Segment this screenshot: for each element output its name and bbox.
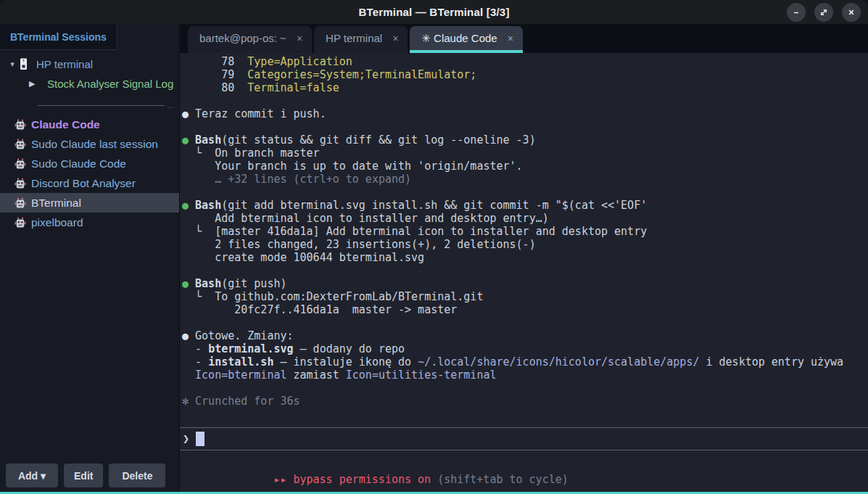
terminal-line bbox=[182, 186, 868, 199]
status-hint-label: (shift+tab to cycle) bbox=[431, 473, 569, 486]
close-button[interactable] bbox=[842, 3, 861, 22]
minimize-icon bbox=[791, 7, 801, 17]
tab-close-icon[interactable]: × bbox=[508, 33, 513, 44]
status-arrows-icon: ▸▸ bbox=[273, 473, 293, 486]
sidebar-item-stock-analyser-signal-log[interactable]: ▶ Stock Analyser Signal Log bbox=[0, 74, 179, 94]
terminal-line: Icon=bterminal zamiast Icon=utilities-te… bbox=[182, 369, 868, 382]
prompt-input[interactable]: ❯ bbox=[180, 427, 868, 450]
app-window: BTerminal — BTerminal [3/3] bbox=[0, 0, 868, 494]
terminal-line: ● Bash(git add bterminal.svg install.sh … bbox=[182, 199, 868, 212]
session-list: Claude Code Sudo Claude last session Sud… bbox=[0, 115, 179, 232]
robot-icon bbox=[15, 139, 26, 150]
terminal-line: 78 Type=Application bbox=[182, 55, 868, 68]
terminal-line: ● Bash(git status && git diff && git log… bbox=[182, 133, 868, 147]
divider-dots: … bbox=[167, 103, 175, 107]
play-icon: ▶ bbox=[29, 79, 41, 88]
tab-label: ✳ Claude Code bbox=[421, 32, 497, 45]
titlebar: BTerminal — BTerminal [3/3] bbox=[0, 0, 868, 24]
terminal-view[interactable]: 78 Type=Application 79 Categories=System… bbox=[180, 53, 868, 492]
add-button[interactable]: Add ▾ bbox=[6, 464, 58, 487]
robot-icon bbox=[15, 217, 26, 229]
sidebar-session-pixelboard[interactable]: pixelboard bbox=[0, 213, 179, 232]
tab-bar: bartek@pop-os: ~×HP terminal×✳ Claude Co… bbox=[180, 24, 868, 53]
tab-hp-terminal[interactable]: HP terminal× bbox=[314, 26, 408, 53]
minimize-button[interactable] bbox=[787, 3, 806, 22]
terminal-line bbox=[182, 94, 868, 107]
session-child-label: Stock Analyser Signal Log bbox=[47, 78, 173, 90]
terminal-line: 20fc27f..416da1a master -> master bbox=[182, 303, 868, 316]
chevron-down-icon[interactable]: ▾ bbox=[6, 59, 19, 69]
text-cursor bbox=[196, 432, 204, 446]
sessions-sidebar: BTerminal Sessions ▾ H bbox=[0, 24, 180, 492]
terminal-line: 2 files changed, 23 insertions(+), 2 del… bbox=[182, 238, 868, 251]
terminal-line bbox=[182, 316, 868, 329]
session-label: Claude Code bbox=[31, 118, 100, 131]
terminal-line: └ To github.com:DexterFromLab/BTerminal.… bbox=[182, 290, 868, 303]
sessions-panel-header: BTerminal Sessions bbox=[0, 24, 179, 50]
terminal-line: ● Bash(git push) bbox=[182, 277, 868, 290]
tab-close-icon[interactable]: × bbox=[297, 33, 302, 44]
terminal-line bbox=[182, 120, 868, 133]
tab-bartek-pop-os[interactable]: bartek@pop-os: ~× bbox=[188, 26, 312, 53]
maximize-icon bbox=[819, 7, 829, 17]
session-label: Sudo Claude last session bbox=[31, 138, 158, 151]
tab-close-icon[interactable]: × bbox=[392, 33, 398, 44]
terminal-line bbox=[182, 382, 868, 395]
session-group-label: HP terminal bbox=[36, 58, 93, 70]
tab-label: bartek@pop-os: ~ bbox=[199, 32, 286, 44]
window-title: BTerminal — BTerminal [3/3] bbox=[358, 6, 509, 18]
edit-button[interactable]: Edit bbox=[64, 464, 103, 487]
terminal-line: … +32 lines (ctrl+o to expand) bbox=[182, 173, 868, 186]
session-label: Sudo Claude Code bbox=[31, 157, 126, 170]
permissions-status: ▸▸ bypass permissions on (shift+tab to c… bbox=[180, 460, 868, 492]
sidebar-divider: … bbox=[38, 103, 175, 107]
sidebar-session-sudo-claude-last-session[interactable]: Sudo Claude last session bbox=[0, 134, 179, 154]
session-tree: ▾ HP terminal ▶ St bbox=[0, 54, 179, 94]
sidebar-session-claude-code[interactable]: Claude Code bbox=[0, 115, 179, 134]
robot-icon bbox=[15, 119, 26, 131]
terminal-line: 80 Terminal=false bbox=[182, 81, 868, 94]
tab-claude-code[interactable]: ✳ Claude Code× bbox=[410, 26, 522, 53]
terminal-line: ✻ Crunched for 36s bbox=[182, 395, 868, 408]
window-controls bbox=[787, 0, 861, 24]
sessions-panel-title: BTerminal Sessions bbox=[0, 24, 117, 50]
tab-label: HP terminal bbox=[326, 32, 382, 44]
session-label: Discord Bot Analyser bbox=[31, 177, 136, 190]
sidebar-session-bterminal[interactable]: BTerminal bbox=[0, 193, 179, 213]
terminal-line: - install.sh — instaluje ikonę do ~/.loc… bbox=[182, 355, 868, 369]
terminal-line: └ [master 416da1a] Add bterminal icon to… bbox=[182, 225, 868, 238]
sidebar-item-hp-terminal[interactable]: ▾ HP terminal bbox=[0, 54, 179, 74]
sidebar-spacer bbox=[0, 232, 179, 464]
robot-icon bbox=[15, 158, 26, 170]
close-icon bbox=[846, 7, 856, 17]
maximize-button[interactable] bbox=[814, 3, 833, 22]
robot-icon bbox=[15, 197, 26, 209]
terminal-line: └ On branch master bbox=[182, 147, 868, 160]
terminal-line bbox=[182, 264, 868, 277]
terminal-line: ● Teraz commit i push. bbox=[182, 107, 868, 120]
terminal-line: - bterminal.svg — dodany do repo bbox=[182, 342, 868, 355]
divider-line bbox=[38, 105, 165, 106]
prompt-chevron-icon: ❯ bbox=[183, 432, 189, 445]
session-label: BTerminal bbox=[31, 197, 81, 210]
robot-icon bbox=[15, 178, 26, 189]
terminal-line: 79 Categories=System;TerminalEmulator; bbox=[182, 68, 868, 81]
sidebar-session-discord-bot-analyser[interactable]: Discord Bot Analyser bbox=[0, 173, 179, 193]
computer-icon bbox=[19, 58, 31, 70]
content-area: BTerminal Sessions ▾ H bbox=[0, 24, 868, 492]
window-inner: BTerminal — BTerminal [3/3] bbox=[0, 0, 868, 492]
terminal-output: 78 Type=Application 79 Categories=System… bbox=[180, 53, 868, 408]
terminal-line: create mode 100644 bterminal.svg bbox=[182, 251, 868, 264]
sidebar-session-sudo-claude-code[interactable]: Sudo Claude Code bbox=[0, 154, 179, 173]
status-mode-label: bypass permissions on bbox=[293, 473, 431, 486]
session-label: pixelboard bbox=[31, 216, 83, 229]
sidebar-buttons: Add ▾ Edit Delete bbox=[0, 464, 179, 487]
main-area: bartek@pop-os: ~×HP terminal×✳ Claude Co… bbox=[180, 24, 868, 492]
terminal-line: Your branch is up to date with 'origin/m… bbox=[182, 160, 868, 173]
delete-button[interactable]: Delete bbox=[109, 464, 165, 487]
terminal-line: Add bterminal icon to installer and desk… bbox=[182, 212, 868, 225]
terminal-line: ● Gotowe. Zmiany: bbox=[182, 329, 868, 342]
